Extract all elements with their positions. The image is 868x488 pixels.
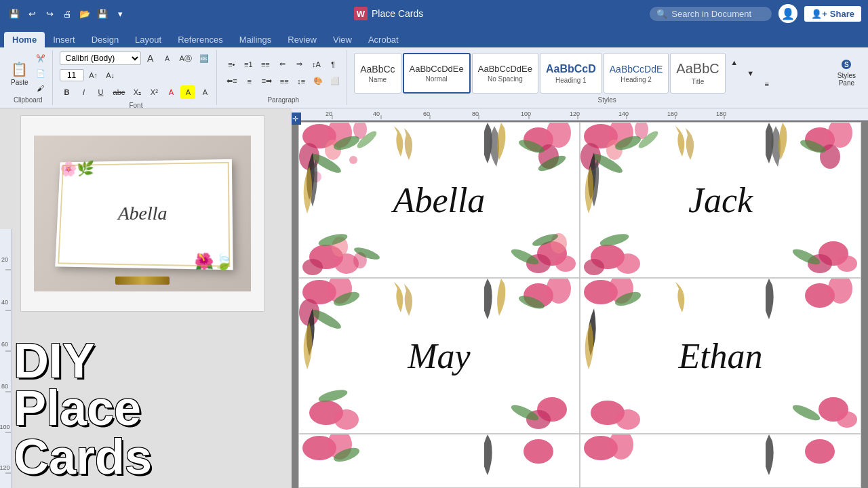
- move-handle[interactable]: ✛: [292, 113, 301, 125]
- italic-button[interactable]: I: [77, 85, 92, 99]
- styles-group: AaBbCc Name AaBbCcDdEe Normal AaBbCcDdEe…: [350, 50, 864, 105]
- place-card-4: Ethan: [580, 278, 861, 434]
- svg-text:100: 100: [0, 424, 10, 430]
- redo-icon[interactable]: ↪: [42, 6, 57, 21]
- title-bar: 💾 ↩ ↪ 🖨 📂 💾 ▾ W Place Cards 🔍 Search in …: [0, 0, 868, 27]
- align-left[interactable]: ⬅≡: [224, 75, 239, 88]
- svg-point-74: [616, 253, 640, 274]
- line-spacing-button[interactable]: ↕≡: [294, 75, 309, 88]
- strikethrough-button[interactable]: abc: [111, 85, 128, 99]
- bullets-button[interactable]: ≡•: [224, 58, 239, 71]
- numbering-button[interactable]: ≡1: [241, 58, 256, 71]
- save2-icon[interactable]: 💾: [95, 6, 110, 21]
- undo-icon[interactable]: ↩: [24, 6, 39, 21]
- title-bar-right: 🔍 Search in Document 👤 👤+ Share: [650, 4, 861, 23]
- copy-button[interactable]: 📄: [33, 66, 48, 80]
- cut-button[interactable]: ✂️: [33, 52, 48, 65]
- font-size-row: A↑ A↓: [60, 68, 213, 82]
- char-shading-button[interactable]: A: [197, 85, 212, 99]
- style-name[interactable]: AaBbCc Name: [354, 53, 401, 94]
- floral-bl-2: [580, 209, 703, 277]
- style-no-spacing[interactable]: AaBbCcDdEe No Spacing: [472, 53, 538, 94]
- word-icon: W: [354, 7, 368, 20]
- search-placeholder: Search in Document: [671, 9, 751, 19]
- bold-button[interactable]: B: [60, 85, 75, 99]
- svg-point-104: [791, 402, 822, 423]
- svg-point-103: [837, 411, 857, 428]
- user-avatar[interactable]: 👤: [778, 4, 797, 23]
- font-size-input[interactable]: [60, 69, 84, 81]
- font-increase-btn[interactable]: A↑: [86, 68, 101, 82]
- search-icon: 🔍: [656, 9, 667, 19]
- superscript-button[interactable]: X²: [146, 85, 161, 99]
- multilevel-button[interactable]: ≡≡: [258, 58, 273, 71]
- place-card-2: Jack: [580, 122, 861, 278]
- clipboard-content: 📋 Paste ✂️ 📄 🖌: [8, 50, 48, 96]
- svg-point-90: [334, 409, 359, 430]
- floral-tr-6: [766, 434, 861, 488]
- shading-button[interactable]: 🎨: [311, 75, 326, 88]
- title-bar-center: W Place Cards: [354, 7, 423, 20]
- align-center[interactable]: ≡: [242, 75, 257, 88]
- tab-insert[interactable]: Insert: [45, 32, 83, 47]
- borders-button[interactable]: ⬜: [328, 75, 342, 88]
- show-hide-button[interactable]: ¶: [326, 58, 340, 71]
- font-size-increase[interactable]: A: [160, 52, 175, 65]
- style-heading1[interactable]: AaBbCcD Heading 1: [540, 53, 602, 94]
- tab-view[interactable]: View: [325, 32, 360, 47]
- preview-image-area: 🌸🌿 🌺🍃 Abella: [20, 115, 264, 312]
- font-size-decrease[interactable]: A: [143, 52, 158, 65]
- tab-home[interactable]: Home: [4, 32, 45, 47]
- underline-button[interactable]: U: [94, 85, 108, 99]
- print-icon[interactable]: 🖨: [60, 6, 75, 21]
- floral-tr-5: [484, 434, 579, 488]
- svg-point-111: [805, 439, 835, 464]
- place-card-3: May: [298, 278, 580, 434]
- style-heading2[interactable]: AaBbCcDdE Heading 2: [604, 53, 669, 94]
- styles-expand[interactable]: ≡: [760, 77, 774, 91]
- tab-layout[interactable]: Layout: [127, 32, 170, 47]
- floral-br-3: [484, 365, 579, 433]
- svg-point-75: [584, 259, 604, 275]
- overlay-text: DIY Place Cards: [14, 338, 278, 481]
- align-justify[interactable]: ≡≡: [277, 75, 292, 88]
- svg-point-56: [555, 256, 576, 272]
- font-color-button[interactable]: A: [163, 85, 178, 99]
- share-button[interactable]: 👤+ Share: [804, 6, 861, 22]
- floral-bl-3: [299, 365, 421, 433]
- search-doc-box[interactable]: 🔍 Search in Document: [650, 7, 772, 21]
- paste-button[interactable]: 📋 Paste: [8, 56, 31, 91]
- styles-pane-button[interactable]: S StylesPane: [833, 50, 860, 96]
- decrease-indent[interactable]: ⇐: [275, 58, 290, 71]
- font-size-reset[interactable]: Aⓐ: [177, 52, 195, 65]
- font-name-dropdown[interactable]: Calibri (Body): [60, 52, 141, 65]
- style-title[interactable]: AaBbC Title: [670, 53, 725, 94]
- svg-point-78: [837, 256, 857, 272]
- tab-references[interactable]: References: [170, 32, 231, 47]
- doc-area: ✛: [292, 108, 868, 488]
- sort-button[interactable]: ↕A: [309, 58, 323, 71]
- floral-tr-1: [484, 123, 579, 204]
- style-normal[interactable]: AaBbCcDdEe Normal: [403, 53, 471, 94]
- svg-text:20: 20: [326, 110, 332, 117]
- format-painter-button[interactable]: 🖌: [33, 81, 48, 95]
- increase-indent[interactable]: ⇒: [292, 58, 307, 71]
- highlight-button[interactable]: A: [180, 85, 195, 99]
- styles-scroll-down[interactable]: ▼: [743, 66, 758, 80]
- styles-scroll-up[interactable]: ▲: [727, 56, 742, 69]
- save-icon[interactable]: 💾: [7, 6, 22, 21]
- align-right[interactable]: ≡➡: [259, 75, 275, 88]
- subscript-button[interactable]: X₂: [130, 85, 144, 99]
- tab-acrobat[interactable]: Acrobat: [360, 32, 407, 47]
- font-decrease-btn[interactable]: A↓: [103, 68, 118, 82]
- customize-icon[interactable]: ▾: [113, 6, 127, 21]
- svg-text:40: 40: [373, 110, 380, 117]
- clear-format-button[interactable]: 🔤: [197, 52, 212, 65]
- tab-mailings[interactable]: Mailings: [231, 32, 280, 47]
- svg-point-42: [349, 156, 357, 164]
- tab-review[interactable]: Review: [279, 32, 325, 47]
- open-icon[interactable]: 📂: [77, 6, 92, 21]
- font-format-row: B I U abc X₂ X² A A A: [60, 85, 213, 99]
- tab-design[interactable]: Design: [83, 32, 127, 47]
- card-name-2: Jack: [688, 180, 753, 220]
